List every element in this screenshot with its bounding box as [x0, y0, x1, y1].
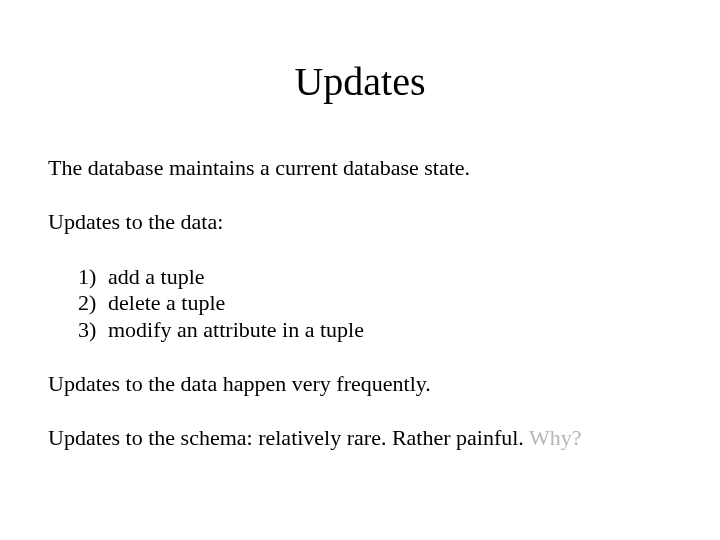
slide-title: Updates: [0, 58, 720, 105]
list-number: 3): [78, 317, 108, 343]
list-number: 1): [78, 264, 108, 290]
slide-body: The database maintains a current databas…: [48, 155, 672, 452]
text-span: Updates to the schema: relatively rare. …: [48, 425, 529, 450]
text-line: The database maintains a current databas…: [48, 155, 672, 181]
list-item: 1) add a tuple: [78, 264, 672, 290]
list-text: modify an attribute in a tuple: [108, 317, 364, 343]
list-item: 2) delete a tuple: [78, 290, 672, 316]
text-line: Updates to the data happen very frequent…: [48, 371, 672, 397]
ordered-list: 1) add a tuple 2) delete a tuple 3) modi…: [48, 264, 672, 343]
faded-text: Why?: [529, 425, 582, 450]
text-line: Updates to the schema: relatively rare. …: [48, 425, 672, 451]
list-item: 3) modify an attribute in a tuple: [78, 317, 672, 343]
list-text: add a tuple: [108, 264, 205, 290]
list-text: delete a tuple: [108, 290, 225, 316]
slide: Updates The database maintains a current…: [0, 0, 720, 540]
text-line: Updates to the data:: [48, 209, 672, 235]
list-number: 2): [78, 290, 108, 316]
